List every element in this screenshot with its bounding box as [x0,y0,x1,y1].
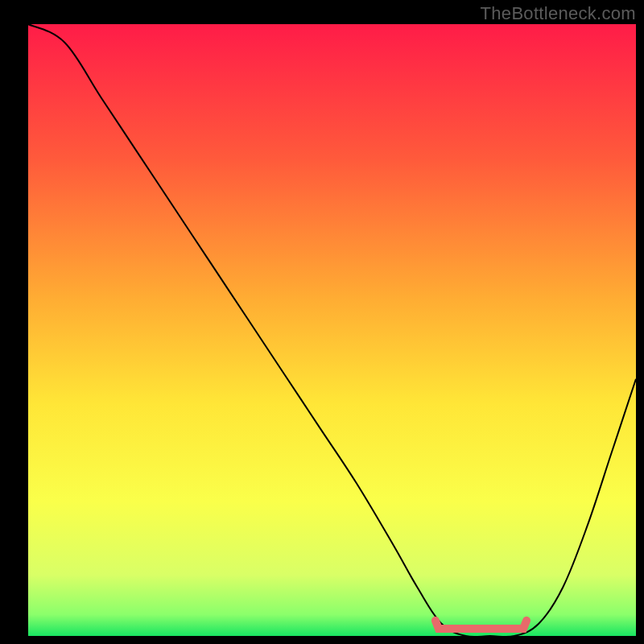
watermark-text: TheBottleneck.com [481,3,636,24]
bottleneck-chart [0,0,644,644]
chart-container: TheBottleneck.com [0,0,644,644]
gradient-background [28,24,636,636]
